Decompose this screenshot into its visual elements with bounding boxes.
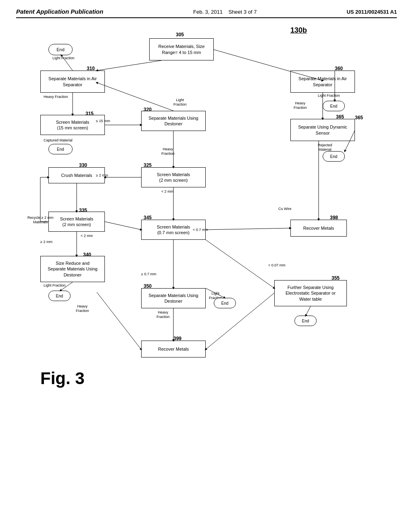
label-recycle: Recycle ≥ 2 mmMaterials (27, 216, 53, 224)
box-350: Separate Materials UsingDestoner (141, 288, 206, 308)
label-light-fraction-1: Light Fraction (52, 56, 75, 60)
svg-line-21 (97, 292, 141, 349)
label-cuwire: Cu Wire (278, 207, 292, 211)
label-lt007: < 0.07 mm (268, 263, 286, 268)
num-330: 330 (79, 162, 87, 168)
box-315: Screen Materials(15 mm screen) (40, 115, 105, 135)
box-398: Recover Metals (290, 220, 347, 237)
label-lt2mm-2: < 2 mm (81, 234, 93, 238)
section-label: 130b (290, 26, 307, 35)
label-rejected: RejectedMaterial (318, 143, 332, 152)
label-gte07: ≥ 0.7 mm (141, 272, 156, 276)
box-335: Screen Materials(2 mm screen) (48, 212, 105, 232)
header-left: Patent Application Publication (16, 8, 103, 15)
box-310: Separate Materials in AirSeparator (40, 71, 105, 93)
num-355: 355 (332, 275, 340, 281)
box-305: Receive Materials, SizeRange= 4 to 15 mm (149, 38, 214, 60)
label-heavy-350: HeavyFraction (156, 310, 170, 319)
num-360: 360 (335, 66, 343, 71)
num-365: 365 (336, 114, 344, 120)
label-lt2mm-1: < 2 mm (161, 189, 173, 194)
end-light-360: End (323, 101, 345, 111)
end-rejected: End (323, 151, 345, 162)
box-325: Screen Materials(2 mm screen) (141, 167, 206, 187)
diagram-area: 130b Receive Materials, SizeRange= 4 to … (16, 22, 403, 466)
end-light-340: End (48, 291, 71, 301)
label-gte2mm: ≥ 2 mm (96, 173, 108, 178)
svg-line-18 (206, 228, 290, 230)
end-captured: End (48, 144, 73, 154)
label-light-360: Light Fraction (318, 94, 340, 98)
num-325: 325 (144, 162, 152, 168)
num-315: 315 (86, 111, 94, 116)
label-lte15: ≤ 15 mm (96, 119, 110, 123)
label-heavy-340: HeavyFraction (76, 304, 89, 313)
svg-line-9 (97, 83, 173, 111)
num-335: 335 (79, 208, 87, 213)
label-gte2mm-2: ≥ 2 mm (40, 240, 52, 244)
label-captured: Captured Material (44, 138, 73, 143)
end-light-350: End (214, 298, 236, 308)
box-355: Further Separate UsingElectrostatic Sepa… (274, 280, 347, 306)
svg-line-26 (206, 240, 274, 288)
svg-line-14 (105, 222, 141, 230)
num-345: 345 (144, 215, 152, 220)
box-365: Separate Using DynamicSensor (290, 119, 355, 141)
num-320: 320 (144, 107, 152, 112)
box-320: Separate Materials UsingDestoner (141, 111, 206, 131)
label-lt07: < 0.7 mm (193, 228, 208, 232)
num-340: 340 (83, 252, 91, 258)
box-360: Separate Materials in AirSeparator (290, 71, 355, 93)
num-310: 310 (87, 66, 95, 71)
label-light-340: Light Fraction (44, 283, 66, 288)
num-305: 305 (176, 32, 184, 37)
page: Patent Application Publication Feb. 3, 2… (0, 0, 413, 532)
header-center-date: Feb. 3, 2011 Sheet 3 of 7 (193, 9, 257, 15)
svg-line-0 (97, 60, 161, 71)
end-355: End (294, 316, 317, 326)
label-light-2: LightFraction (173, 98, 187, 107)
label-heavy-1: Heavy Fraction (44, 95, 68, 99)
end-top-left: End (48, 44, 73, 55)
num-398: 398 (330, 215, 338, 220)
header: Patent Application Publication Feb. 3, 2… (16, 8, 397, 18)
num-heavy-365: 365 (355, 115, 363, 121)
num-350: 350 (144, 283, 152, 289)
fig-label: Fig. 3 (40, 369, 85, 388)
label-heavy-2: HeavyFraction (161, 147, 175, 156)
header-right: US 2011/0024531 A1 (346, 9, 397, 15)
label-heavy-360: HeavyFraction (294, 101, 307, 110)
box-399: Recover Metals (141, 341, 206, 357)
num-399: 399 (173, 336, 181, 341)
box-340: Size Reduce andSeparate Materials UsingD… (40, 256, 105, 282)
svg-line-24 (306, 306, 311, 316)
